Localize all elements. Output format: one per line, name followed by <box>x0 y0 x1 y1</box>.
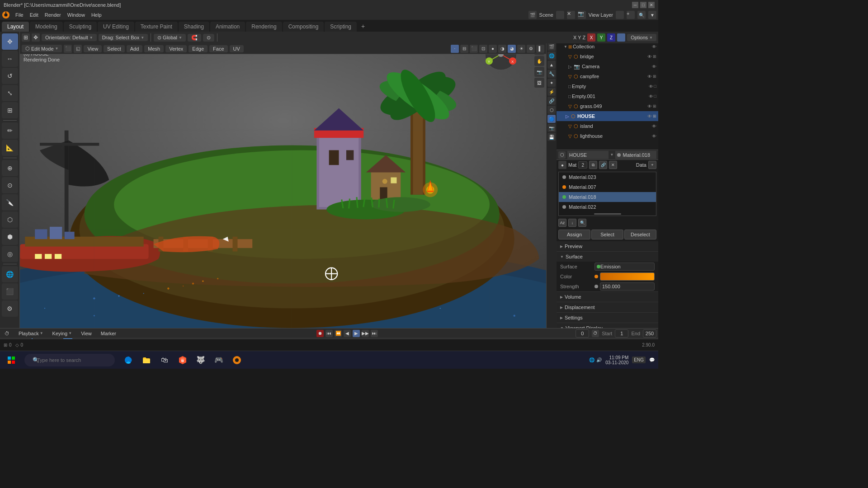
window-controls[interactable]: ─ □ ✕ <box>632 2 655 8</box>
edit-mode-selector[interactable]: ⬡ Edit Mode ▼ <box>22 45 62 52</box>
physics-tab[interactable]: ⚡ <box>547 88 556 96</box>
island-vis[interactable]: 👁 <box>652 124 656 129</box>
mat-item-022[interactable]: Material.022 <box>559 202 656 212</box>
step-back-btn[interactable]: ⏪ <box>335 330 342 337</box>
overlay-toggle[interactable]: ⬛ <box>64 45 72 53</box>
tab-add[interactable]: + <box>358 21 368 32</box>
keying-menu[interactable]: Keying ▼ <box>50 330 75 337</box>
mat-number-display[interactable]: 2 <box>578 161 587 169</box>
options-tool-btn[interactable]: ⚙ <box>2 300 18 317</box>
pan-btn[interactable]: ✋ <box>534 56 544 66</box>
play-btn[interactable]: ▶ <box>353 330 360 337</box>
object-data-tab[interactable]: ⬡ <box>547 106 556 114</box>
mat-item-007[interactable]: Material.007 <box>559 182 656 192</box>
viewport-mode-icon[interactable]: ✥ <box>32 33 40 42</box>
shading-rendered-icon[interactable]: ◕ <box>508 45 516 53</box>
loop-cut-btn[interactable]: ⊙ <box>2 177 18 193</box>
tab-scripting[interactable]: Scripting <box>325 22 357 32</box>
gizmo-z-btn[interactable]: Z <box>607 33 615 42</box>
cursor-tool-btn[interactable]: ✥ <box>2 33 18 50</box>
outliner-island[interactable]: ▽ ⬡ island 👁 <box>557 121 658 131</box>
edge-menu[interactable]: Edge <box>189 45 208 52</box>
world-tab[interactable]: 🌐 <box>547 52 556 60</box>
shading-solid-icon[interactable]: ● <box>489 45 497 53</box>
end-frame-display[interactable]: 250 <box>643 329 656 338</box>
camera-btn[interactable]: 📷 <box>534 67 544 77</box>
menu-window[interactable]: Window <box>65 11 88 19</box>
search-icon[interactable]: 🔍 <box>637 11 646 19</box>
view-menu-tl[interactable]: View <box>78 330 94 337</box>
mat-item-023[interactable]: Material.023 <box>559 172 656 182</box>
orientation-selector[interactable]: Orientation: Default ▼ <box>42 34 97 41</box>
transform-tool-btn[interactable]: ⊞ <box>2 102 18 118</box>
settings-header[interactable]: ▶ Settings <box>557 313 658 323</box>
view-menu[interactable]: View <box>84 45 102 52</box>
output-tab[interactable]: 💾 <box>547 133 556 141</box>
start-button[interactable] <box>0 351 23 369</box>
edge-select-icon[interactable]: ⊟ <box>460 45 468 53</box>
drag-selector[interactable]: Drag: Select Box ▼ <box>99 34 148 41</box>
select-menu[interactable]: Select <box>104 45 125 52</box>
record-btn[interactable]: ⏺ <box>316 330 324 337</box>
marker-menu[interactable]: Marker <box>98 330 119 337</box>
outliner-empty[interactable]: □ Empty 👁 □ <box>557 81 658 91</box>
viewport-settings-icon[interactable]: ⚙ <box>527 45 535 53</box>
mat-item-018[interactable]: Material.018 <box>559 192 656 202</box>
tab-layout[interactable]: Layout <box>2 22 29 32</box>
mat-plus-btn[interactable]: + <box>648 161 656 169</box>
extrude-btn[interactable]: ◎ <box>2 246 18 262</box>
pivot-selector[interactable]: ⊙ Global ▼ <box>154 34 186 42</box>
mat-link-btn[interactable]: 🔗 <box>599 161 607 169</box>
preview-header[interactable]: ▶ Preview <box>557 241 658 251</box>
tab-uv-editing[interactable]: UV Editing <box>98 22 134 32</box>
empty001-vis[interactable]: 👁 <box>649 94 653 99</box>
notification-icon[interactable]: 💬 <box>649 357 655 362</box>
proportional-btn[interactable]: ⊙ <box>203 34 214 42</box>
annotate-tool-btn[interactable]: ✏ <box>2 122 18 139</box>
modifier-tab[interactable]: 🔧 <box>547 70 556 78</box>
viewport[interactable]: User Perspective (0) HOUSE Rendering Don… <box>20 32 546 328</box>
volume-header[interactable]: ▶ Volume <box>557 292 658 302</box>
close-scene-btn[interactable]: ✕ <box>567 11 575 19</box>
task-icon-edge[interactable] <box>120 351 137 369</box>
camera-vis[interactable]: 👁 <box>652 64 656 69</box>
rotate-tool-btn[interactable]: ↺ <box>2 68 18 84</box>
constraints-tab[interactable]: 🔗 <box>547 97 556 105</box>
maximize-btn[interactable]: □ <box>640 2 646 8</box>
gizmo-y-btn[interactable]: Y <box>597 33 605 42</box>
particles-tab[interactable]: ✦ <box>547 79 556 87</box>
gizmo-x-btn[interactable]: X <box>587 33 595 42</box>
outliner-empty001[interactable]: □ Empty.001 👁 □ <box>557 91 658 101</box>
close-btn[interactable]: ✕ <box>648 2 655 8</box>
viewport-type-icon[interactable]: ⊞ <box>22 33 30 42</box>
snapping-btn[interactable]: 🧲 <box>188 34 201 42</box>
render-preview-btn[interactable]: 🖼 <box>534 78 544 88</box>
playback-menu[interactable]: Playback ▼ <box>16 330 46 337</box>
surface-type-value[interactable]: Emission <box>594 263 655 271</box>
mat-copy-btn[interactable]: ⧉ <box>589 161 597 169</box>
measure-tool-btn[interactable]: 📐 <box>2 140 18 156</box>
current-frame-display[interactable]: 0 <box>576 329 589 338</box>
mat-search-icon[interactable]: 🔍 <box>578 219 586 227</box>
scene-tab[interactable]: 🎬 <box>547 42 556 51</box>
n-panel-icon[interactable]: ▌ <box>536 45 544 53</box>
bridge-vis[interactable]: 👁 <box>647 54 652 59</box>
next-keyframe-btn[interactable]: ▶▶ <box>362 330 369 337</box>
jump-start-btn[interactable]: ⏮ <box>326 330 333 337</box>
volume-icon[interactable]: 🔊 <box>596 357 602 362</box>
outliner-campfire[interactable]: ▽ ⬡ campfire 👁 ⊞ <box>557 71 658 81</box>
tab-animation[interactable]: Animation <box>210 22 245 32</box>
network-icon[interactable]: 🌐 <box>589 357 594 362</box>
add-menu[interactable]: Add <box>127 45 143 52</box>
mat-unlink-btn[interactable]: ✕ <box>609 161 617 169</box>
face-select-icon[interactable]: ⬛ <box>470 45 478 53</box>
mat-down-icon[interactable]: ↓ <box>568 219 576 227</box>
house-vis[interactable]: 👁 <box>647 114 652 119</box>
shading-wire-icon[interactable]: ⊡ <box>479 45 487 53</box>
task-icon-blender[interactable] <box>229 351 245 369</box>
strength-value[interactable]: 150.000 <box>600 282 655 291</box>
vp-display-header[interactable]: ▼ Viewport Display <box>557 323 658 328</box>
mat-sort-icon[interactable]: Az <box>558 219 566 227</box>
add-view-layer-btn[interactable]: + <box>627 11 635 19</box>
displacement-header[interactable]: ▶ Displacement <box>557 302 658 312</box>
